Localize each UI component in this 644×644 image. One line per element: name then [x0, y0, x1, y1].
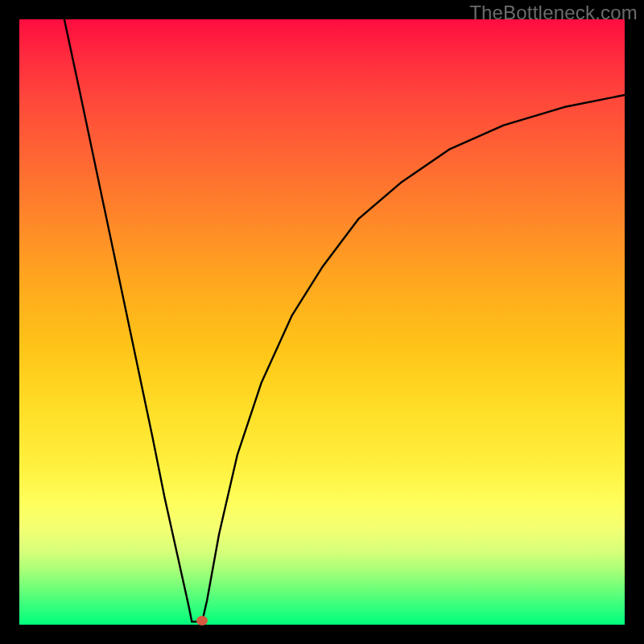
optimum-marker [196, 616, 208, 625]
bottleneck-curve [19, 19, 625, 625]
curve-right-branch [202, 95, 625, 621]
curve-left-branch [62, 7, 192, 621]
plot-area [19, 19, 625, 625]
chart-frame: TheBottleneck.com [0, 0, 644, 644]
watermark-text: TheBottleneck.com [469, 2, 638, 24]
